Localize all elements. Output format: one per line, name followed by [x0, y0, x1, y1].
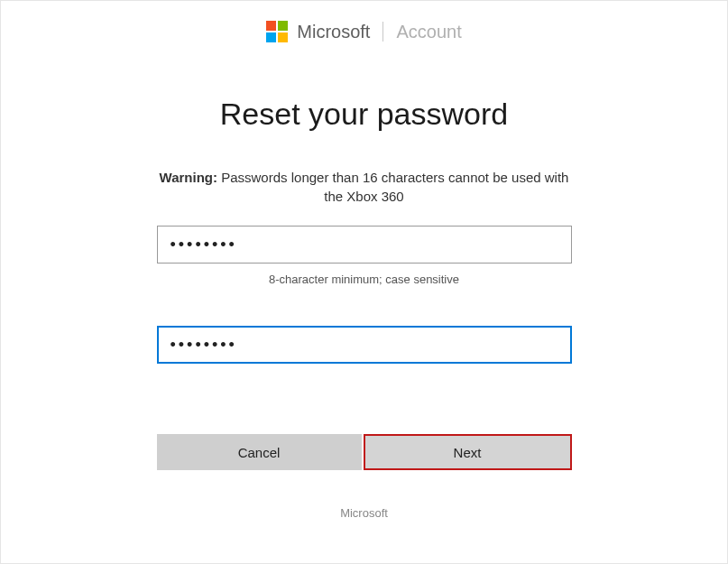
button-row: Cancel Next	[157, 434, 572, 470]
confirm-password-input[interactable]	[157, 326, 572, 364]
password-hint: 8-character minimum; case sensitive	[157, 273, 572, 286]
brand-label: Microsoft	[297, 22, 370, 42]
footer-text: Microsoft	[157, 506, 572, 520]
header: Microsoft Account	[1, 1, 727, 42]
microsoft-logo-icon	[266, 21, 288, 42]
cancel-button[interactable]: Cancel	[157, 434, 362, 470]
page-title: Reset your password	[157, 97, 572, 132]
main-content: Reset your password Warning: Passwords l…	[157, 97, 572, 520]
warning-prefix: Warning:	[160, 170, 217, 185]
warning-message: Warning: Passwords longer than 16 charac…	[157, 168, 572, 206]
section-label: Account	[396, 22, 461, 42]
header-divider	[382, 22, 383, 42]
warning-text: Passwords longer than 16 characters cann…	[221, 170, 568, 204]
next-button[interactable]: Next	[364, 434, 572, 470]
new-password-input[interactable]	[157, 226, 572, 264]
